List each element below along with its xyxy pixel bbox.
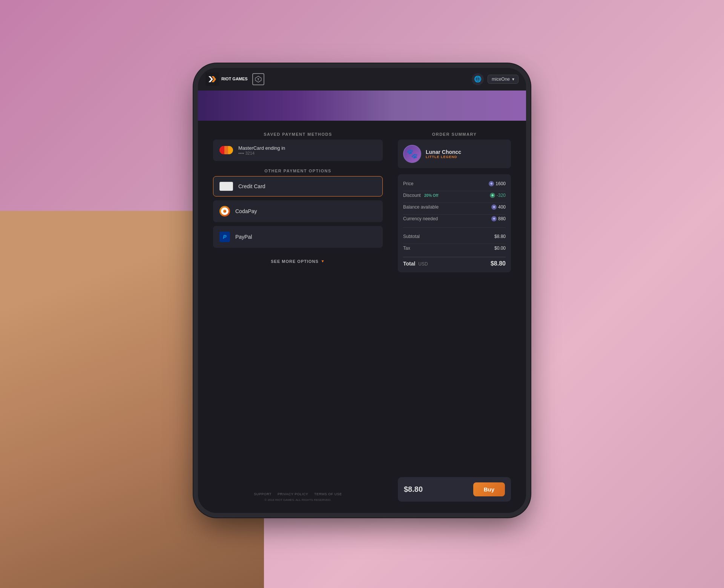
product-avatar: 🐾: [403, 145, 421, 163]
see-more-text: SEE MORE OPTIONS: [271, 259, 319, 264]
tablet-frame: RIOT GAMES T 🌐 miceOne ▾: [198, 68, 526, 513]
balance-row: Balance available ◈ 400: [403, 203, 506, 211]
tft-icon[interactable]: T: [252, 73, 264, 85]
divider: [403, 227, 506, 228]
subtotal-label: Subtotal: [403, 234, 420, 239]
footer: SUPPORT PRIVACY POLICY TERMS OF USE © 20…: [213, 485, 383, 502]
tax-row: Tax $0.00: [403, 244, 506, 252]
saved-methods-title: SAVED PAYMENT METHODS: [213, 132, 383, 137]
currency-row: Currency needed ◈ 880: [403, 214, 506, 223]
username-text: miceOne: [492, 77, 510, 82]
mastercard-number: •••• 3214: [238, 151, 376, 155]
saved-payment-section: SAVED PAYMENT METHODS MasterCard ending …: [213, 132, 383, 161]
currency-amount: 880: [498, 216, 506, 221]
svg-text:T: T: [257, 78, 259, 81]
total-usd-label: USD: [418, 261, 428, 267]
discount-amount: -320: [497, 193, 506, 198]
rp-icon: ◈: [489, 181, 494, 186]
paypal-label: PayPal: [235, 234, 252, 240]
tax-value: $0.00: [494, 246, 506, 251]
mastercard-details: MasterCard ending in •••• 3214: [238, 145, 376, 155]
other-payment-section: OTHER PAYMENT OPTIONS Credit Card: [213, 169, 383, 248]
chevron-down-icon: ▾: [512, 77, 514, 82]
riot-logo: RIOT GAMES: [206, 72, 248, 86]
product-name: Lunar Choncc: [426, 149, 506, 155]
codapay-label: CodaPay: [235, 208, 257, 214]
globe-button[interactable]: 🌐: [472, 73, 484, 85]
credit-card-option[interactable]: Credit Card: [213, 176, 383, 197]
total-label: Total USD: [403, 261, 428, 267]
other-options-title: OTHER PAYMENT OPTIONS: [213, 169, 383, 173]
price-value: ◈ 1600: [489, 181, 506, 186]
order-summary-section: ORDER SUMMARY 🐾 Lunar Choncc LITTLE LEGE…: [398, 132, 511, 168]
product-card: 🐾 Lunar Choncc LITTLE LEGEND: [398, 140, 511, 168]
credit-card-icon: [219, 182, 233, 191]
saved-mastercard-option[interactable]: MasterCard ending in •••• 3214: [213, 140, 383, 161]
balance-label: Balance available: [403, 204, 439, 210]
tax-label: Tax: [403, 246, 410, 251]
left-panel: SAVED PAYMENT METHODS MasterCard ending …: [213, 132, 383, 502]
credit-card-label: Credit Card: [238, 183, 265, 189]
total-row: Total USD $8.80: [403, 257, 506, 267]
banner-image: [198, 91, 526, 121]
main-content: SAVED PAYMENT METHODS MasterCard ending …: [198, 121, 526, 513]
header-left: RIOT GAMES T: [206, 72, 264, 86]
subtotal-value: $8.80: [494, 234, 506, 239]
header: RIOT GAMES T 🌐 miceOne ▾: [198, 68, 526, 91]
see-more-chevron-icon: ▼: [321, 259, 325, 263]
footer-links: SUPPORT PRIVACY POLICY TERMS OF USE: [213, 492, 383, 496]
product-avatar-icon: 🐾: [406, 149, 418, 159]
discount-row: Discount 20% Off ◈ -320: [403, 191, 506, 200]
price-amount: 1600: [495, 181, 506, 186]
balance-amount: 400: [498, 204, 506, 210]
codapay-option[interactable]: CodaPay: [213, 200, 383, 222]
currency-value: ◈ 880: [491, 216, 506, 221]
mastercard-icon: [219, 146, 233, 155]
user-account-button[interactable]: miceOne ▾: [488, 75, 518, 84]
support-link[interactable]: SUPPORT: [254, 492, 272, 496]
discount-rp-icon: ◈: [490, 193, 495, 198]
copyright-text: © 2016 RIOT GAMES. ALL RIGHTS RESERVED.: [213, 498, 383, 502]
subtotal-row: Subtotal $8.80: [403, 232, 506, 241]
tablet-wrapper: RIOT GAMES T 🌐 miceOne ▾: [198, 68, 526, 520]
balance-value: ◈ 400: [491, 204, 506, 210]
discount-label: Discount 20% Off: [403, 193, 438, 198]
discount-badge: 20% Off: [424, 193, 438, 198]
balance-rp-icon: ◈: [491, 204, 497, 210]
codapay-icon: [219, 206, 230, 216]
price-label: Price: [403, 181, 413, 186]
order-title: ORDER SUMMARY: [398, 132, 511, 137]
right-panel: ORDER SUMMARY 🐾 Lunar Choncc LITTLE LEGE…: [398, 132, 511, 502]
riot-brand-text: RIOT GAMES: [221, 77, 248, 81]
discount-value: ◈ -320: [490, 193, 506, 198]
product-info: Lunar Choncc LITTLE LEGEND: [426, 149, 506, 159]
riot-logo-icon: [206, 72, 219, 86]
buy-price-display: $8.80: [404, 485, 423, 494]
product-type: LITTLE LEGEND: [426, 155, 506, 159]
privacy-link[interactable]: PRIVACY POLICY: [278, 492, 308, 496]
price-row: Price ◈ 1600: [403, 180, 506, 188]
mastercard-label: MasterCard ending in: [238, 145, 376, 151]
price-table: Price ◈ 1600 Discount 20% Off ◈: [398, 174, 511, 272]
currency-rp-icon: ◈: [491, 216, 497, 221]
terms-link[interactable]: TERMS OF USE: [314, 492, 342, 496]
buy-button[interactable]: Buy: [473, 482, 505, 496]
paypal-option[interactable]: P PayPal: [213, 226, 383, 248]
buy-panel: $8.80 Buy: [398, 477, 511, 502]
see-more-button[interactable]: SEE MORE OPTIONS ▼: [213, 259, 383, 264]
paypal-icon: P: [219, 232, 230, 242]
currency-label: Currency needed: [403, 216, 438, 221]
header-right: 🌐 miceOne ▾: [472, 73, 518, 85]
total-value: $8.80: [491, 260, 506, 267]
